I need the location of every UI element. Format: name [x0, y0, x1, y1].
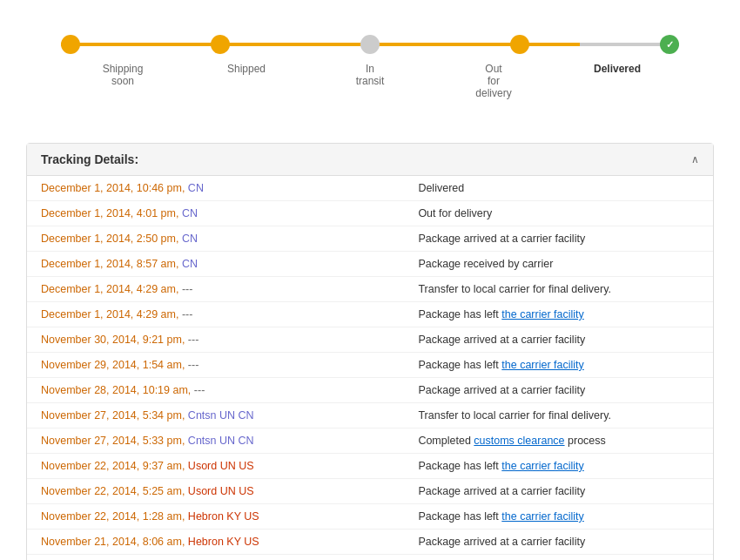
carrier-facility-link[interactable]: the carrier facility [501, 308, 583, 320]
event-text: Out for delivery [418, 207, 492, 219]
table-row: December 1, 2014, 4:01 pm, CNOut for del… [27, 201, 713, 226]
tracking-event: Package arrived at a carrier facility [404, 327, 713, 353]
event-text: Package received by carrier [418, 258, 553, 270]
tracking-datetime: December 1, 2014, 10:46 pm, CN [27, 176, 404, 201]
table-row: November 27, 2014, 5:34 pm, Cntsn UN CNT… [27, 403, 713, 428]
table-row: November 22, 2014, 1:28 am, Hebron KY US… [27, 504, 713, 530]
carrier-facility-link[interactable]: the carrier facility [501, 510, 583, 523]
step-out-for-delivery [510, 35, 529, 54]
datetime-text: November 27, 2014, 5:33 pm, [41, 435, 185, 447]
step-shipping-soon [61, 35, 80, 54]
datetime-text: November 21, 2014, 8:06 am, [41, 536, 185, 548]
tracking-event: Package arrived at a carrier facility [404, 479, 713, 504]
table-row: November 29, 2014, 1:54 am, ---Package h… [27, 353, 713, 378]
step-circle-shipping-soon [61, 35, 80, 54]
label-shipping-soon: Shipping soon [61, 63, 185, 99]
tracking-event: Delivered [404, 176, 713, 201]
event-text: Transfer to local carrier for final deli… [418, 409, 611, 422]
tracking-table: December 1, 2014, 10:46 pm, CNDeliveredD… [27, 176, 713, 560]
datetime-text: December 1, 2014, 4:01 pm, [41, 207, 178, 219]
progress-bar: ✓ [61, 35, 679, 54]
datetime-text: November 22, 2014, 5:25 am, [41, 485, 185, 497]
event-text: Package arrived at a carrier facility [418, 334, 585, 346]
table-row: November 28, 2014, 10:19 am, ---Package … [27, 378, 713, 403]
tracking-event: Package has left the carrier facility [404, 454, 713, 479]
datetime-text: December 1, 2014, 4:29 am, [41, 308, 178, 320]
tracking-event: Out for delivery [404, 201, 713, 226]
datetime-text: November 28, 2014, 10:19 am, [41, 384, 191, 396]
tracking-event: Transfer to local carrier for final deli… [404, 403, 713, 428]
table-row: December 1, 2014, 8:57 am, CNPackage rec… [27, 252, 713, 277]
event-text: Package arrived at a carrier facility [418, 384, 585, 396]
tracking-datetime: November 22, 2014, 5:25 am, Usord UN US [27, 479, 404, 504]
table-row: December 1, 2014, 2:50 pm, CNPackage arr… [27, 226, 713, 252]
step-shipped [211, 35, 230, 54]
carrier-facility-link[interactable]: the carrier facility [501, 460, 583, 472]
step-circle-shipped [211, 35, 230, 54]
label-delivered-text: Delivered [594, 63, 641, 75]
event-text: Package has left the carrier facility [418, 308, 583, 320]
label-shipped: Shipped [185, 63, 308, 99]
label-delivered: Delivered [555, 63, 679, 99]
table-row: November 30, 2014, 9:21 pm, ---Package a… [27, 327, 713, 353]
datetime-text: December 1, 2014, 4:29 am, [41, 283, 178, 295]
tracking-section: Tracking Details: ∧ December 1, 2014, 10… [26, 143, 714, 560]
label-shipping-soon-text: Shipping soon [103, 63, 144, 87]
tracking-header: Tracking Details: ∧ [27, 144, 713, 176]
table-row: November 22, 2014, 9:37 am, Usord UN USP… [27, 454, 713, 479]
tracking-event: Package has left the carrier facility [404, 302, 713, 327]
label-shipped-text: Shipped [227, 63, 266, 75]
tracking-event: Completed customs clearance process [404, 428, 713, 454]
tracking-event: Package arrived at a carrier facility [404, 226, 713, 252]
tracking-datetime: December 1, 2014, 4:29 am, --- [27, 277, 404, 302]
tracking-event: Package arrived at a carrier facility [404, 378, 713, 403]
tracking-datetime: December 1, 2014, 4:29 am, --- [27, 302, 404, 327]
step-circle-in-transit [360, 35, 380, 54]
table-row: November 27, 2014, 5:33 pm, Cntsn UN CNC… [27, 428, 713, 454]
tracking-datetime: November 22, 2014, 9:37 am, Usord UN US [27, 454, 404, 479]
event-text: Completed customs clearance process [418, 435, 605, 447]
carrier-facility-link[interactable]: the carrier facility [501, 359, 583, 371]
tracking-datetime: November 30, 2014, 9:21 pm, --- [27, 327, 404, 353]
tracking-datetime: December 1, 2014, 2:50 pm, CN [27, 226, 404, 252]
chevron-up-icon[interactable]: ∧ [691, 153, 699, 165]
datetime-text: December 1, 2014, 8:57 am, [41, 258, 178, 270]
tracking-event: Package has left the carrier facility [404, 504, 713, 530]
datetime-text: December 1, 2014, 10:46 pm, [41, 182, 185, 194]
customs-link[interactable]: customs clearance [474, 435, 564, 447]
event-text: Package has left the carrier facility [418, 510, 583, 523]
tracking-datetime: December 1, 2014, 8:57 am, CN [27, 252, 404, 277]
step-circle-out-for-delivery [510, 35, 529, 54]
tracking-datetime: November 27, 2014, 5:33 pm, Cntsn UN CN [27, 428, 404, 454]
tracking-event: Package has left the carrier facility [404, 353, 713, 378]
tracking-datetime: November 21, 2014, 8:06 am, Hebron KY US [27, 530, 404, 555]
event-text: Package arrived at a carrier facility [418, 485, 585, 497]
table-row: December 1, 2014, 10:46 pm, CNDelivered [27, 176, 713, 201]
event-text: Delivered [418, 182, 464, 194]
step-labels: Shipping soon Shipped In transit Out for… [61, 63, 679, 99]
table-row: December 1, 2014, 4:29 am, ---Package ha… [27, 302, 713, 327]
progress-section: ✓ Shipping soon Shipped In transit Out f… [26, 17, 714, 125]
event-text: Package has left the carrier facility [418, 359, 583, 371]
tracking-header-title: Tracking Details: [41, 152, 138, 166]
event-text: Package arrived at a carrier facility [418, 233, 585, 245]
tracking-datetime: November 22, 2014, 1:28 am, Hebron KY US [27, 504, 404, 530]
table-row: November 20, 2014, 7:15 pm, Plainfield I… [27, 555, 713, 561]
tracking-datetime: November 20, 2014, 7:15 pm, Plainfield I… [27, 555, 404, 561]
tracking-event: Package arrived at a carrier facility [404, 530, 713, 555]
datetime-text: November 22, 2014, 9:37 am, [41, 460, 185, 472]
step-circle-delivered: ✓ [660, 35, 679, 54]
event-text: Package arrived at a carrier facility [418, 536, 585, 548]
tracking-event: Transfer to local carrier for final deli… [404, 277, 713, 302]
tracking-event: Package has left seller facility and is … [404, 555, 713, 561]
step-delivered: ✓ [660, 35, 679, 54]
datetime-text: November 27, 2014, 5:34 pm, [41, 409, 185, 422]
tracking-datetime: November 27, 2014, 5:34 pm, Cntsn UN CN [27, 403, 404, 428]
datetime-text: December 1, 2014, 2:50 pm, [41, 233, 178, 245]
page-container: ✓ Shipping soon Shipped In transit Out f… [0, 0, 740, 560]
table-row: November 21, 2014, 8:06 am, Hebron KY US… [27, 530, 713, 555]
step-in-transit [360, 35, 380, 54]
table-row: December 1, 2014, 4:29 am, ---Transfer t… [27, 277, 713, 302]
tracking-datetime: November 28, 2014, 10:19 am, --- [27, 378, 404, 403]
tracking-datetime: November 29, 2014, 1:54 am, --- [27, 353, 404, 378]
